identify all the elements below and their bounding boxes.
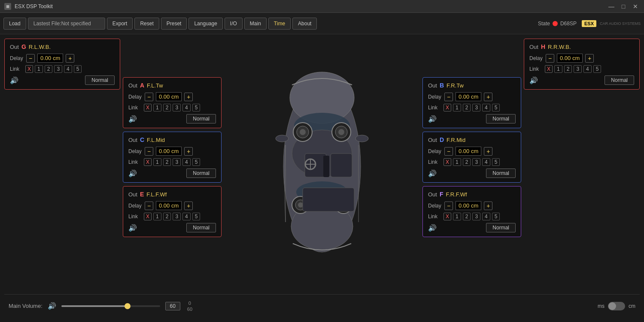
link-x-C[interactable]: X (144, 158, 152, 166)
delay-minus-D[interactable]: − (444, 147, 453, 156)
load-button[interactable]: Load (3, 18, 26, 30)
main-button[interactable]: Main (244, 18, 267, 30)
link-2-E[interactable]: 2 (163, 213, 171, 220)
delay-minus-G[interactable]: − (26, 54, 35, 63)
delay-minus-B[interactable]: − (444, 93, 453, 101)
close-button[interactable]: ✕ (631, 2, 640, 11)
channel-panel-G: Out G R.L.W.B. Delay − 0.00 cm + Link X … (4, 39, 120, 90)
window-controls[interactable]: — □ ✕ (607, 2, 640, 11)
link-1-D[interactable]: 1 (453, 158, 461, 166)
delay-plus-H[interactable]: + (585, 54, 594, 63)
normal-btn-A[interactable]: Normal (186, 114, 216, 123)
link-5-E[interactable]: 5 (192, 213, 200, 220)
link-2-G[interactable]: 2 (45, 65, 53, 73)
link-2-C[interactable]: 2 (163, 158, 171, 166)
panel-bottom-B: 🔊 Normal (428, 114, 516, 123)
time-button[interactable]: Time (268, 18, 291, 30)
link-x-E[interactable]: X (144, 213, 152, 220)
link-1-E[interactable]: 1 (153, 213, 161, 220)
link-1-H[interactable]: 1 (554, 65, 562, 73)
link-1-G[interactable]: 1 (35, 65, 43, 73)
link-2-D[interactable]: 2 (463, 158, 471, 166)
delay-plus-E[interactable]: + (184, 202, 193, 210)
reset-button[interactable]: Reset (134, 18, 159, 30)
link-1-A[interactable]: 1 (153, 104, 161, 111)
language-button[interactable]: Language (188, 18, 222, 30)
link-3-F[interactable]: 3 (472, 213, 480, 220)
link-5-D[interactable]: 5 (492, 158, 500, 166)
delay-plus-C[interactable]: + (184, 147, 193, 156)
normal-btn-D[interactable]: Normal (486, 169, 516, 178)
link-1-C[interactable]: 1 (153, 158, 161, 166)
link-x-F[interactable]: X (444, 213, 451, 220)
link-4-A[interactable]: 4 (182, 104, 191, 111)
link-4-C[interactable]: 4 (182, 158, 191, 166)
normal-btn-H[interactable]: Normal (605, 75, 634, 85)
maximize-button[interactable]: □ (619, 2, 628, 11)
link-x-A[interactable]: X (144, 104, 152, 111)
preset-button[interactable]: Preset (161, 18, 187, 30)
link-3-H[interactable]: 3 (574, 65, 582, 73)
delay-label-D: Delay (428, 148, 442, 154)
normal-btn-C[interactable]: Normal (186, 169, 216, 178)
unit-toggle-switch[interactable] (608, 302, 625, 310)
delay-minus-A[interactable]: − (145, 93, 153, 101)
link-3-D[interactable]: 3 (472, 158, 480, 166)
link-4-B[interactable]: 4 (482, 104, 490, 111)
link-3-A[interactable]: 3 (173, 104, 181, 111)
link-5-G[interactable]: 5 (74, 65, 82, 73)
delay-plus-A[interactable]: + (184, 93, 193, 101)
delay-plus-F[interactable]: + (484, 202, 492, 210)
delay-label-F: Delay (428, 203, 442, 209)
normal-btn-E[interactable]: Normal (186, 223, 216, 232)
link-x-G[interactable]: X (25, 65, 33, 73)
link-2-H[interactable]: 2 (564, 65, 572, 73)
link-5-A[interactable]: 5 (192, 104, 200, 111)
link-5-H[interactable]: 5 (593, 65, 601, 73)
link-5-B[interactable]: 5 (492, 104, 500, 111)
link-2-F[interactable]: 2 (463, 213, 471, 220)
state-label: State (538, 21, 550, 27)
link-5-C[interactable]: 5 (192, 158, 200, 166)
link-3-B[interactable]: 3 (472, 104, 480, 111)
vol-min-label: 0 (188, 301, 191, 306)
link-2-B[interactable]: 2 (463, 104, 471, 111)
link-4-F[interactable]: 4 (482, 213, 490, 220)
delay-plus-G[interactable]: + (66, 54, 74, 63)
minimize-button[interactable]: — (607, 2, 616, 11)
normal-btn-G[interactable]: Normal (85, 75, 115, 85)
delay-minus-F[interactable]: − (444, 202, 453, 210)
volume-icon: 🔊 (48, 302, 56, 310)
link-1-F[interactable]: 1 (453, 213, 461, 220)
link-4-H[interactable]: 4 (583, 65, 592, 73)
link-2-A[interactable]: 2 (163, 104, 171, 111)
normal-btn-B[interactable]: Normal (486, 114, 516, 123)
volume-slider-container[interactable] (61, 302, 160, 310)
io-button[interactable]: I/O (225, 18, 243, 30)
link-x-B[interactable]: X (444, 104, 451, 111)
link-row-G: Link X 1 2 3 4 5 (10, 65, 115, 73)
link-3-G[interactable]: 3 (54, 65, 62, 73)
svg-point-27 (276, 135, 289, 142)
delay-minus-E[interactable]: − (145, 202, 153, 210)
link-x-H[interactable]: X (545, 65, 553, 73)
link-4-E[interactable]: 4 (182, 213, 191, 220)
normal-btn-F[interactable]: Normal (486, 223, 516, 232)
link-1-B[interactable]: 1 (453, 104, 461, 111)
link-3-E[interactable]: 3 (173, 213, 181, 220)
delay-minus-H[interactable]: − (546, 54, 554, 63)
link-4-G[interactable]: 4 (64, 65, 72, 73)
about-button[interactable]: About (292, 18, 317, 30)
link-3-C[interactable]: 3 (173, 158, 181, 166)
link-x-D[interactable]: X (444, 158, 451, 166)
delay-minus-C[interactable]: − (145, 147, 153, 156)
right-inner-column: Out B F.R.Tw Delay − 0.00 cm + Link X 1 … (422, 77, 521, 294)
panel-header-G: Out G R.L.W.B. (10, 43, 115, 50)
delay-plus-D[interactable]: + (484, 147, 492, 156)
link-4-D[interactable]: 4 (482, 158, 490, 166)
export-button[interactable]: Export (107, 18, 133, 30)
channel-panel-B: Out B F.R.Tw Delay − 0.00 cm + Link X 1 … (422, 77, 521, 128)
svg-rect-19 (331, 153, 352, 177)
delay-plus-B[interactable]: + (484, 93, 492, 101)
link-5-F[interactable]: 5 (492, 213, 500, 220)
